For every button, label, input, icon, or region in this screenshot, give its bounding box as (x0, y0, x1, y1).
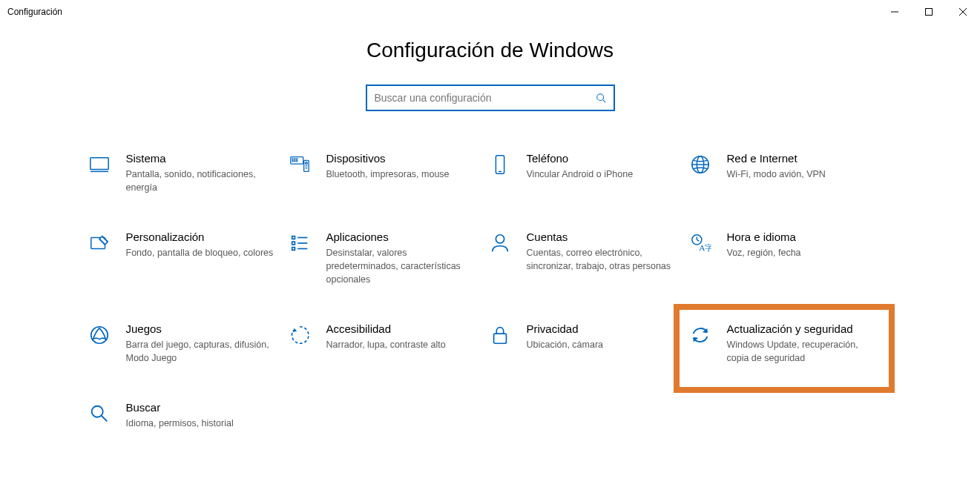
tile-dispositivos[interactable]: Dispositivos Bluetooth, impresoras, mous… (286, 148, 487, 197)
tile-hora[interactable]: A字 Hora e idioma Voz, región, fecha (687, 227, 887, 289)
svg-rect-31 (292, 248, 295, 251)
svg-point-4 (596, 94, 603, 101)
tile-desc: Bluetooth, impresoras, mouse (326, 168, 475, 181)
svg-rect-29 (292, 242, 295, 245)
tile-title: Buscar (126, 400, 274, 415)
svg-point-9 (292, 159, 293, 159)
svg-point-43 (91, 406, 102, 417)
tile-accesibilidad[interactable]: Accesibilidad Narrador, lupa, contraste … (286, 319, 487, 368)
content-area: Configuración de Windows Sistema Pantall… (0, 24, 980, 433)
svg-point-13 (294, 161, 295, 162)
tile-personalizacion[interactable]: Personalización Fondo, pantalla de bloqu… (86, 227, 286, 289)
tile-title: Aplicaciones (326, 230, 475, 245)
tile-cuentas[interactable]: Cuentas Cuentas, correo electrónico, sin… (487, 227, 687, 289)
tile-buscar[interactable]: Buscar Idioma, permisos, historial (86, 397, 286, 433)
personalize-icon (86, 230, 113, 256)
tile-actualizacion[interactable]: Actualización y seguridad Windows Update… (687, 319, 887, 368)
minimize-button[interactable] (878, 0, 912, 24)
tile-title: Sistema (126, 151, 274, 166)
svg-line-44 (101, 416, 107, 422)
tile-title: Accesibilidad (326, 322, 475, 337)
tile-desc: Barra del juego, capturas, difusión, Mod… (126, 338, 274, 365)
svg-point-14 (296, 161, 297, 162)
titlebar: Configuración (0, 0, 980, 24)
settings-grid: Sistema Pantalla, sonido, notificaciones… (86, 148, 895, 433)
globe-icon (687, 151, 714, 178)
tile-juegos[interactable]: Juegos Barra del juego, capturas, difusi… (86, 319, 286, 368)
tile-title: Juegos (126, 322, 274, 337)
tile-privacidad[interactable]: Privacidad Ubicación, cámara (487, 319, 687, 368)
tile-desc: Vincular Android o iPhone (527, 168, 675, 181)
search-input[interactable] (373, 91, 594, 105)
svg-text:A字: A字 (699, 243, 711, 252)
ease-of-access-icon (286, 322, 313, 348)
svg-point-38 (91, 327, 108, 344)
svg-rect-6 (90, 158, 108, 170)
time-language-icon: A字 (687, 230, 714, 256)
search-icon (594, 91, 608, 105)
tile-desc: Fondo, pantalla de bloqueo, colores (126, 246, 274, 259)
page-heading: Configuración de Windows (366, 39, 614, 62)
tile-desc: Windows Update, recuperación, copia de s… (727, 338, 875, 365)
phone-icon (487, 151, 513, 178)
svg-line-36 (697, 239, 699, 241)
privacy-icon (487, 322, 513, 348)
svg-point-11 (296, 159, 297, 159)
tile-red[interactable]: Red e Internet Wi-Fi, modo avión, VPN (687, 148, 887, 197)
tile-aplicaciones[interactable]: Aplicaciones Desinstalar, valores predet… (286, 227, 487, 289)
tile-title: Privacidad (527, 322, 675, 337)
svg-line-5 (602, 100, 605, 103)
search-box[interactable] (366, 85, 615, 111)
maximize-button[interactable] (912, 0, 946, 24)
search-tile-icon (86, 400, 113, 427)
close-button[interactable] (946, 0, 980, 24)
svg-point-16 (305, 162, 307, 165)
tile-desc: Desinstalar, valores predeterminados, ca… (326, 246, 475, 286)
tile-title: Red e Internet (727, 151, 875, 166)
svg-point-12 (292, 161, 293, 162)
window-title: Configuración (7, 7, 62, 17)
tile-desc: Cuentas, correo electrónico, sincronizar… (527, 246, 675, 273)
tile-telefono[interactable]: Teléfono Vincular Android o iPhone (487, 148, 687, 197)
tile-title: Cuentas (527, 230, 675, 245)
update-icon (687, 322, 714, 348)
gaming-icon (86, 322, 113, 348)
svg-rect-1 (926, 9, 933, 16)
tile-title: Personalización (126, 230, 274, 245)
svg-rect-19 (496, 156, 504, 173)
window-controls (878, 0, 980, 24)
tile-desc: Narrador, lupa, contraste alto (326, 338, 475, 351)
accounts-icon (487, 230, 513, 256)
display-icon (86, 151, 113, 178)
tile-desc: Ubicación, cámara (527, 338, 675, 351)
tile-desc: Pantalla, sonido, notificaciones, energí… (126, 168, 274, 194)
tile-desc: Idioma, permisos, historial (126, 417, 274, 430)
tile-desc: Wi-Fi, modo avión, VPN (727, 168, 875, 181)
tile-title: Actualización y seguridad (727, 322, 875, 337)
devices-icon (286, 151, 313, 178)
tile-title: Teléfono (527, 151, 675, 166)
svg-rect-40 (493, 334, 506, 343)
apps-icon (286, 230, 313, 256)
svg-point-10 (294, 159, 295, 159)
tile-title: Hora e idioma (727, 230, 875, 245)
tile-sistema[interactable]: Sistema Pantalla, sonido, notificaciones… (86, 148, 286, 197)
tile-title: Dispositivos (326, 151, 475, 166)
tile-desc: Voz, región, fecha (727, 246, 875, 259)
svg-rect-27 (292, 236, 295, 239)
svg-point-33 (496, 235, 504, 243)
